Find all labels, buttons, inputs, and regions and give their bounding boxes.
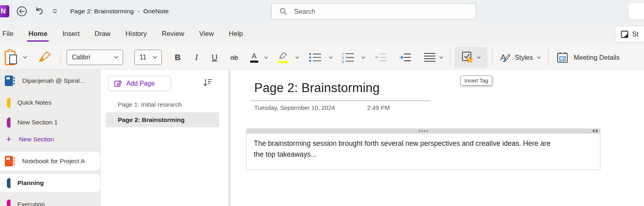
drag-dots-icon bbox=[424, 130, 425, 132]
ribbon-divider bbox=[61, 49, 61, 66]
notebook-icon bbox=[5, 156, 15, 167]
bullet-list-icon bbox=[308, 52, 323, 63]
numbered-list-icon: 1 2 3 bbox=[341, 51, 355, 63]
screen-clip-button[interactable]: St bbox=[615, 26, 644, 42]
sidebar-item-label: New Section 1 bbox=[17, 119, 58, 126]
font-color-button[interactable]: A bbox=[250, 53, 258, 63]
sidebar-item-account-notebook[interactable]: Dipanjenah @ Spiral... bbox=[0, 72, 101, 90]
svg-text:2: 2 bbox=[342, 56, 344, 60]
note-text[interactable]: The brainstorming session brought forth … bbox=[246, 134, 600, 170]
page-canvas[interactable]: Page 2: Brainstorming Tuesday, September… bbox=[231, 69, 644, 206]
add-page-label: Add Page bbox=[126, 80, 155, 87]
sidebar-item-planning[interactable]: Planning bbox=[0, 174, 100, 192]
styles-icon: A bbox=[499, 51, 511, 63]
chevron-down-icon bbox=[477, 56, 481, 59]
styles-button[interactable]: A Styles bbox=[499, 51, 541, 63]
menu-help[interactable]: Help bbox=[229, 30, 243, 38]
align-justify-icon bbox=[423, 52, 437, 63]
ribbon-divider bbox=[548, 49, 549, 66]
titlebar-partial-button[interactable] bbox=[628, 2, 644, 20]
meeting-details-label: Meeting Details bbox=[574, 54, 620, 61]
page-list-item[interactable]: Page 1: Initial research bbox=[101, 99, 228, 111]
meeting-details-button[interactable]: Meeting Details bbox=[556, 51, 620, 64]
decrease-indent-icon bbox=[374, 52, 388, 63]
ribbon-divider bbox=[492, 49, 493, 66]
numbered-list-dropdown-button[interactable] bbox=[361, 56, 366, 59]
insert-tag-tooltip: Insert Tag bbox=[460, 76, 492, 86]
highlight-button[interactable] bbox=[277, 52, 289, 63]
font-size-value: 11 bbox=[140, 54, 146, 61]
chevron-down-icon bbox=[264, 56, 268, 59]
page-title[interactable]: Page 2: Brainstorming bbox=[254, 81, 380, 95]
menu-review[interactable]: Review bbox=[162, 30, 184, 38]
search-icon bbox=[279, 7, 288, 16]
highlighter-icon bbox=[277, 52, 289, 60]
chevron-down-icon bbox=[361, 56, 366, 59]
undo-icon bbox=[34, 6, 44, 17]
back-button[interactable] bbox=[16, 6, 27, 17]
bullet-list-dropdown-button[interactable] bbox=[328, 56, 333, 59]
sidebar-item-execution[interactable]: Execution bbox=[0, 195, 101, 206]
note-container-handle[interactable] bbox=[246, 128, 600, 134]
chevron-down-icon bbox=[328, 56, 333, 59]
drag-dots-icon bbox=[427, 130, 428, 132]
svg-text:3: 3 bbox=[342, 60, 344, 63]
quick-access-toolbar-button[interactable] bbox=[52, 8, 58, 14]
new-section-button[interactable]: + New Section bbox=[0, 131, 101, 147]
highlight-dropdown-button[interactable] bbox=[295, 56, 299, 59]
font-size-select[interactable]: 11 bbox=[134, 50, 162, 65]
add-page-button[interactable]: Add Page bbox=[108, 76, 171, 91]
chevron-line-icon bbox=[52, 8, 58, 14]
sidebar-item-label: Dipanjenah @ Spiral... bbox=[22, 77, 85, 84]
menu-home[interactable]: Home bbox=[28, 30, 47, 38]
sidebar-item-new-section-1[interactable]: New Section 1 bbox=[0, 114, 101, 131]
plus-icon: + bbox=[6, 134, 12, 145]
svg-text:1: 1 bbox=[342, 52, 344, 56]
alignment-button[interactable] bbox=[423, 52, 437, 63]
note-container: The brainstorming session brought forth … bbox=[246, 128, 600, 170]
onenote-logo-letter: N bbox=[1, 7, 6, 15]
page-date: Tuesday, September 10, 2024 bbox=[254, 104, 335, 111]
menu-draw[interactable]: Draw bbox=[94, 30, 111, 38]
menu-insert[interactable]: Insert bbox=[63, 30, 80, 38]
sidebar-item-project-notebook[interactable]: Notebook for Project A bbox=[0, 152, 100, 170]
panel-resize-divider[interactable] bbox=[228, 69, 231, 206]
section-color-tab bbox=[7, 98, 10, 108]
insert-tag-button[interactable] bbox=[454, 47, 487, 68]
sidebar-item-quick-notes[interactable]: Quick Notes bbox=[0, 94, 101, 111]
section-color-tab bbox=[7, 200, 10, 206]
decrease-indent-button[interactable] bbox=[374, 52, 388, 63]
drag-dots-icon bbox=[419, 130, 420, 132]
format-painter-button[interactable] bbox=[38, 51, 52, 64]
undo-button[interactable] bbox=[34, 6, 44, 17]
increase-indent-button[interactable] bbox=[398, 52, 412, 63]
sort-pages-button[interactable] bbox=[203, 78, 213, 88]
menu-history[interactable]: History bbox=[125, 30, 147, 38]
strikethrough-button[interactable]: ab bbox=[230, 54, 238, 61]
search-input[interactable]: Search bbox=[271, 3, 476, 19]
titlebar: N Page 2: Brainstorming - OneNote Search bbox=[0, 0, 644, 22]
note-resize-handle[interactable] bbox=[592, 129, 598, 133]
numbered-list-button[interactable]: 1 2 3 bbox=[341, 51, 355, 63]
increase-indent-icon bbox=[398, 52, 412, 63]
onenote-logo-icon[interactable]: N bbox=[0, 5, 9, 17]
title-underline bbox=[250, 101, 430, 101]
bold-button[interactable]: B bbox=[175, 53, 180, 61]
menu-view[interactable]: View bbox=[199, 30, 214, 38]
font-color-swatch bbox=[250, 61, 258, 63]
page-list-item-selected[interactable]: Page 2: Brainstorming bbox=[106, 112, 219, 127]
alignment-dropdown-button[interactable] bbox=[439, 56, 443, 59]
resize-left-arrow-icon bbox=[592, 129, 595, 133]
italic-button[interactable]: I bbox=[195, 53, 198, 62]
underline-button[interactable]: U bbox=[211, 53, 217, 61]
bullet-list-button[interactable] bbox=[308, 52, 323, 63]
clip-icon bbox=[620, 30, 629, 39]
note-text-line: The brainstorming session brought forth … bbox=[254, 138, 593, 149]
sidebar-divider bbox=[0, 149, 101, 149]
menu-file[interactable]: File bbox=[2, 30, 13, 38]
paste-dropdown-button[interactable] bbox=[23, 56, 27, 59]
paste-button[interactable] bbox=[4, 48, 19, 66]
font-name-select[interactable]: Calibri bbox=[67, 50, 123, 65]
sidebar-item-label: Notebook for Project A bbox=[22, 158, 85, 165]
font-color-dropdown-button[interactable] bbox=[264, 56, 268, 59]
